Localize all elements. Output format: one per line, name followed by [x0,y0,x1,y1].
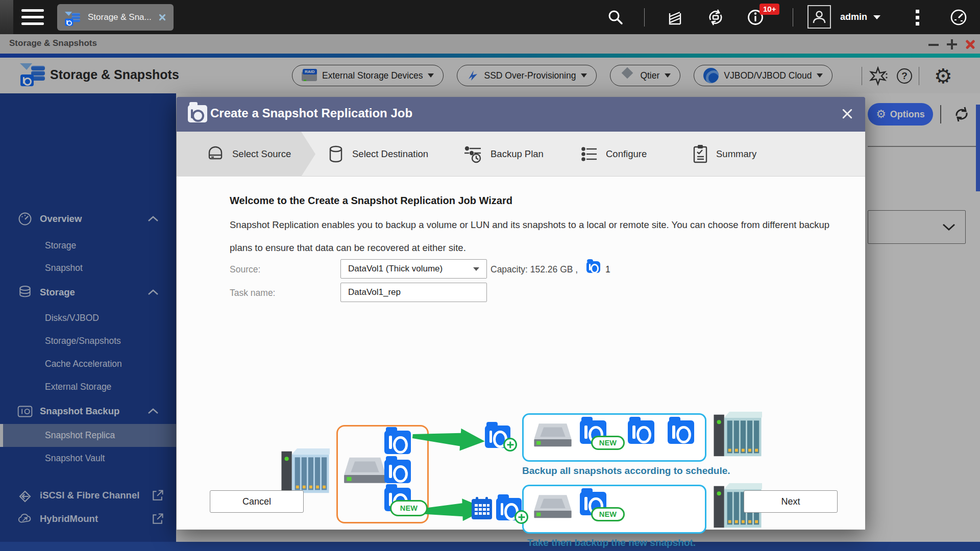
destination-disk-icon [531,494,574,520]
welcome-heading: Welcome to the Create a Snapshot Replica… [230,195,512,207]
new-snapshot-badge: NEW [390,500,428,516]
caption-backup-all: Backup all snapshots according to schedu… [522,465,730,477]
destination-disk-icon [531,422,574,449]
desktop-topbar: Storage & Sna... 10+ admin [0,0,980,34]
source-label: Source: [230,264,260,275]
create-snapshot-replication-job-dialog: Create a Snapshot Replication Job Select… [177,97,865,530]
app-tab-label: Storage & Sna... [88,12,152,22]
wizard-step-summary: Summary [692,132,756,177]
snapshot-icon [384,431,411,454]
dialog-content: Welcome to the Create a Snapshot Replica… [177,177,865,530]
next-button[interactable]: Next [744,490,838,513]
plus-icon [514,510,528,524]
schedule-icon [462,145,483,163]
task-name-label: Task name: [230,288,275,298]
search-icon[interactable] [605,7,626,28]
destination-nas-icon [713,410,762,459]
dialog-close-icon[interactable] [841,107,854,120]
wizard-step-select-destination: Select Destination [327,132,428,177]
snapshot-count-icon [586,261,600,273]
snapshot-replication-icon [188,105,207,122]
welcome-body: Snapshot Replication enables you to back… [230,213,837,259]
source-dropdown-value: DataVol1 (Thick volume) [348,264,473,274]
new-snapshot-badge: NEW [591,436,625,450]
main-menu-icon[interactable] [21,8,44,27]
snapshot-icon [628,420,654,444]
topbar-divider [644,8,645,27]
topbar-divider-2 [793,8,793,27]
wizard-step-configure: Configure [580,132,647,177]
caption-take-backup: Take then backup the new snapshot. [527,537,696,548]
capacity-text: Capacity: 152.26 GB , [491,264,578,275]
task-name-input[interactable] [340,283,487,302]
external-device-sync-icon[interactable] [705,7,726,28]
source-disk-icon [341,456,389,486]
source-dropdown[interactable]: DataVol1 (Thick volume) [340,259,487,279]
wizard-step-select-source: Select Source [206,132,291,177]
snapshot-icon [668,420,694,444]
chevron-down-icon [873,15,880,19]
qts-desktop: Storage & Sna... 10+ admin St [0,0,980,551]
replication-diagram: NEW [177,309,865,513]
new-snapshot-badge: NEW [591,507,625,521]
dialog-title: Create a Snapshot Replication Job [210,106,412,120]
snapshot-icon [384,460,411,483]
storage-snapshots-app-icon [64,11,75,24]
source-nas-icon [281,447,330,496]
calendar-icon [472,497,492,519]
notification-count-badge: 10+ [760,4,779,15]
app-tab-storage-snapshots[interactable]: Storage & Sna... [57,4,174,31]
user-avatar[interactable] [807,5,831,29]
clipboard-icon [692,144,708,164]
username-label: admin [840,12,867,22]
plus-icon [503,438,517,452]
wizard-step-backup-plan: Backup Plan [462,132,544,177]
background-tasks-icon[interactable] [665,7,685,28]
chevron-down-icon [473,267,479,271]
more-options-icon[interactable] [914,7,921,28]
list-icon [580,146,598,162]
wizard-steps-bar: Select Source Select Destination Backup … [177,132,865,177]
dashboard-gauge-icon[interactable] [948,7,969,28]
volume-icon [327,145,345,163]
user-menu[interactable]: admin [840,0,880,34]
cancel-button[interactable]: Cancel [210,490,304,513]
topbar-edge-decoration [0,0,13,34]
tab-close-icon[interactable] [158,13,166,21]
dialog-titlebar: Create a Snapshot Replication Job [177,97,865,132]
drive-icon [206,145,225,163]
snapshot-count-value: 1 [605,264,610,275]
